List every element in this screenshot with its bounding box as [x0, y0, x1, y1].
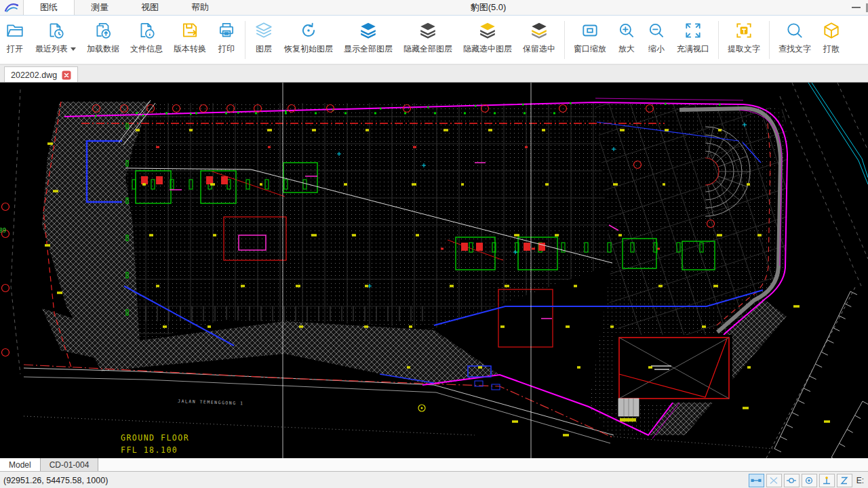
explode-icon	[822, 21, 841, 40]
document-tab-bar: 202202.dwg	[0, 64, 868, 83]
find-text-icon	[785, 21, 804, 40]
toolbar-group-text: 提取文字	[722, 17, 766, 63]
print-button[interactable]: 打印	[212, 21, 241, 55]
dropdown-caret-icon	[71, 47, 76, 51]
zoom-out-button[interactable]: 缩小	[642, 21, 671, 55]
center-snap-button[interactable]	[802, 474, 817, 487]
fit-viewport-button[interactable]: 充满视口	[671, 21, 715, 55]
recent-list-icon	[46, 21, 65, 40]
center-snap-icon	[803, 476, 815, 485]
edge-label: 589	[0, 227, 6, 234]
close-tab-icon[interactable]	[62, 70, 71, 80]
app-logo-icon	[4, 1, 19, 14]
toolbar-group-file: 打开 最近列表 加载数据 文件信息 版本转换	[0, 17, 241, 63]
menu-tab-view[interactable]: 视图	[125, 0, 175, 15]
menu-tab-measure[interactable]: 测量	[75, 0, 125, 15]
status-bar: (92951.26, 54475.58, 1000)	[0, 471, 868, 488]
layers-icon	[254, 21, 273, 40]
hide-selected-layers-icon	[478, 21, 497, 40]
find-text-button[interactable]: 查找文字	[773, 21, 816, 55]
version-convert-button[interactable]: 版本转换	[168, 21, 212, 55]
hide-selected-layers-button[interactable]: 隐藏选中图层	[458, 21, 517, 55]
window-zoom-button[interactable]: 窗口缩放	[568, 21, 612, 55]
cad-drawing: GROUND FLOOR FFL 18.100 JALAN TEMENGGONG…	[0, 83, 868, 458]
endpoint-snap-button[interactable]	[749, 474, 764, 487]
fit-viewport-icon	[684, 21, 703, 40]
toolbar-group-zoom: 窗口缩放 放大 缩小 充满视口	[568, 17, 715, 63]
window-title: 豹图(5.0)	[285, 0, 692, 15]
keep-selected-icon	[530, 21, 549, 40]
zoom-in-button[interactable]: 放大	[612, 21, 642, 55]
restore-layers-icon	[299, 21, 318, 40]
perpendicular-snap-button[interactable]	[819, 474, 835, 487]
printer-icon	[217, 21, 236, 40]
explode-button[interactable]: 打散	[816, 21, 846, 55]
snap-toggle-group: E:	[749, 474, 864, 487]
hide-all-layers-button[interactable]: 隐藏全部图层	[398, 21, 458, 55]
floor-title-label: GROUND FLOOR	[121, 433, 189, 443]
minimize-button[interactable]	[846, 0, 866, 15]
sheet-tab-bar: Model CD-01-004	[0, 458, 868, 471]
layers-button[interactable]: 图层	[249, 21, 279, 55]
version-convert-icon	[180, 21, 199, 40]
drive-path-label: E:	[856, 476, 864, 485]
open-button[interactable]: 打开	[0, 21, 30, 55]
hide-all-layers-icon	[418, 21, 437, 40]
window-zoom-icon	[580, 21, 599, 40]
restore-layers-button[interactable]: 恢复初始图层	[279, 21, 338, 55]
floor-level-label: FFL 18.100	[121, 445, 178, 455]
sheet-tab-model[interactable]: Model	[0, 458, 41, 471]
show-all-layers-icon	[359, 21, 378, 40]
endpoint-snap-icon	[750, 476, 762, 485]
recent-list-button[interactable]: 最近列表	[30, 21, 81, 55]
file-info-icon	[137, 21, 156, 40]
zoom-in-icon	[617, 21, 636, 40]
document-tab[interactable]: 202202.dwg	[4, 66, 78, 83]
toolbar-separator	[769, 21, 770, 59]
folder-open-icon	[5, 21, 24, 40]
midpoint-snap-icon	[785, 476, 797, 485]
toolbar-group-find: 查找文字 打散	[773, 17, 846, 63]
file-info-button[interactable]: 文件信息	[125, 21, 168, 55]
coordinate-readout: (92951.26, 54475.58, 1000)	[3, 476, 108, 485]
perpendicular-snap-icon	[821, 476, 833, 485]
toolbar-separator	[245, 21, 245, 59]
midpoint-snap-button[interactable]	[784, 474, 800, 487]
keep-selected-button[interactable]: 保留选中	[517, 21, 561, 55]
intersection-snap-button[interactable]	[766, 474, 782, 487]
toolbar-separator	[718, 21, 719, 59]
show-all-layers-button[interactable]: 显示全部图层	[338, 21, 398, 55]
load-data-icon	[94, 21, 113, 40]
extract-text-button[interactable]: 提取文字	[722, 21, 766, 55]
toolbar-group-layers: 图层 恢复初始图层 显示全部图层 隐藏全部图层	[249, 17, 561, 63]
title-bar: 图纸 测量 视图 帮助 豹图(5.0)	[0, 0, 868, 16]
menu-tab-help[interactable]: 帮助	[175, 0, 225, 15]
extract-text-icon	[734, 21, 753, 40]
intersection-snap-icon	[768, 476, 780, 485]
main-toolbar: 打开 最近列表 加载数据 文件信息 版本转换	[0, 16, 868, 64]
menu-tab-drawing[interactable]: 图纸	[23, 0, 75, 15]
zoom-out-icon	[647, 21, 666, 40]
extension-snap-button[interactable]	[837, 474, 852, 487]
app-menu-button[interactable]	[0, 0, 23, 15]
sheet-tab-layout[interactable]: CD-01-004	[41, 458, 99, 471]
extension-snap-icon	[838, 476, 850, 485]
toolbar-separator	[564, 21, 565, 59]
drawing-canvas[interactable]: GROUND FLOOR FFL 18.100 JALAN TEMENGGONG…	[0, 82, 868, 458]
load-data-button[interactable]: 加载数据	[81, 21, 125, 55]
